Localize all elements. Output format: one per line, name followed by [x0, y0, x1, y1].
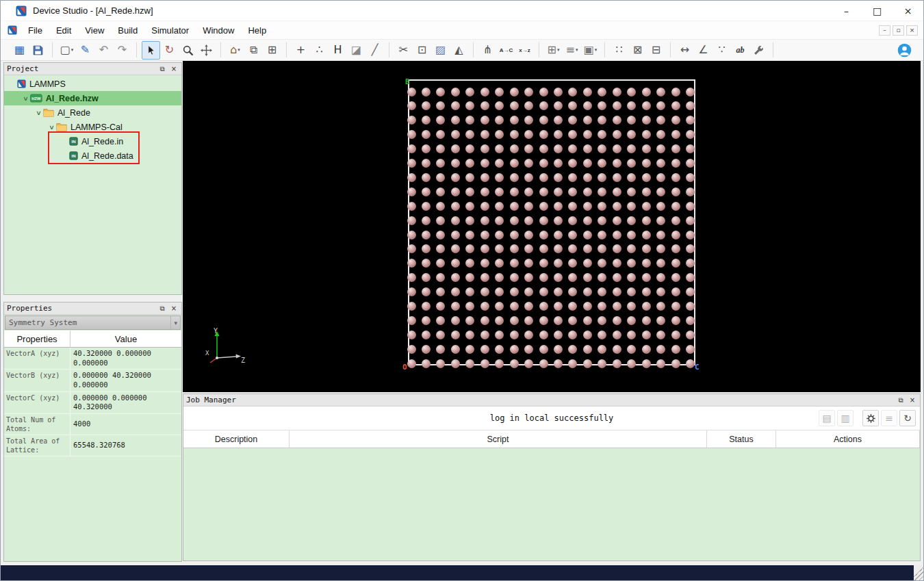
right-column: BCO YZX Job Manager ⧉× log in local succ…: [183, 61, 923, 565]
toolbar-separator: [52, 42, 53, 57]
measure-cluster-icon[interactable]: ∵: [713, 41, 731, 60]
save-icon[interactable]: [29, 41, 47, 60]
svg-text:HZW: HZW: [31, 96, 41, 101]
measure-angle-icon[interactable]: ∠: [694, 41, 713, 60]
supercell-icon[interactable]: ⧉: [244, 41, 263, 60]
rotate-view-icon[interactable]: ↻: [160, 41, 179, 60]
periodic-table-icon[interactable]: ▦: [10, 41, 29, 60]
build-layer-icon[interactable]: ≡▾: [563, 41, 581, 60]
menu-simulator[interactable]: Simulator: [144, 21, 196, 39]
resize-grip[interactable]: [914, 565, 923, 580]
add-hydrogen-icon[interactable]: H: [329, 41, 347, 60]
property-row: Total Num of Atoms:4000: [4, 414, 181, 435]
properties-panel-header: Properties ⧉×: [4, 302, 181, 315]
menu-help[interactable]: Help: [241, 21, 273, 39]
job-refresh-button[interactable]: ↻: [899, 410, 916, 426]
add-bond-icon[interactable]: ╱: [365, 41, 384, 60]
menubar-logo-icon: [8, 25, 17, 35]
measure-distance-icon[interactable]: ↔: [676, 41, 694, 60]
close-button[interactable]: ×: [893, 1, 923, 21]
expander-icon[interactable]: ∨: [33, 109, 44, 116]
app-logo-icon: [16, 5, 27, 16]
supercell-tool-icon[interactable]: ⊠: [628, 41, 647, 60]
job-manager-float-button[interactable]: ⧉: [896, 396, 906, 405]
maximize-button[interactable]: □: [862, 1, 893, 21]
user-avatar-icon[interactable]: [895, 41, 914, 60]
zoom-view-icon[interactable]: [179, 41, 197, 60]
menu-items: FileEditViewBuildSimulatorWindowHelp: [21, 21, 273, 39]
toolbar-separator: [220, 42, 221, 57]
project-panel-float-button[interactable]: ⧉: [157, 64, 167, 74]
menubar: FileEditViewBuildSimulatorWindowHelp –▫×: [1, 21, 923, 40]
properties-panel: Properties ⧉× Symmetry System ▾ Properti…: [3, 302, 182, 562]
column-header-value: Value: [70, 331, 181, 347]
menu-view[interactable]: View: [78, 21, 111, 39]
menu-window[interactable]: Window: [196, 21, 241, 39]
property-row: VectorC (xyz)0.000000 0.000000 40.320000: [4, 392, 181, 414]
mdi-minimize-button[interactable]: –: [879, 25, 890, 36]
toolbar-separator: [286, 42, 287, 57]
build-cell-icon[interactable]: ▣▾: [581, 41, 600, 60]
mdi-restore-button[interactable]: ▫: [893, 25, 904, 36]
mirror-icon[interactable]: ◭: [450, 41, 468, 60]
job-queue-button[interactable]: ▤: [819, 410, 835, 426]
properties-panel-float-button[interactable]: ⧉: [157, 304, 167, 313]
new-file-icon[interactable]: ▢▾: [57, 41, 76, 60]
delete-atom-icon[interactable]: ◪: [347, 41, 365, 60]
lattice-tool-icon[interactable]: ⊟: [647, 41, 665, 60]
property-name: VectorA (xyz): [4, 348, 70, 369]
select-cursor-icon[interactable]: [142, 41, 160, 60]
expander-icon[interactable]: ∨: [46, 124, 57, 131]
job-manager-buttons: ▤▥≡↻: [819, 410, 916, 426]
column-header-properties: Properties: [4, 331, 70, 347]
job-manager-close-button[interactable]: ×: [908, 396, 917, 405]
menu-build[interactable]: Build: [111, 21, 144, 39]
device-studio-window: Device Studio - [Al_Rede.hzw] –□× FileEd…: [0, 0, 924, 581]
pan-view-icon[interactable]: [197, 41, 216, 60]
dropdown-caret-icon: ▾: [238, 47, 240, 53]
toolbar: ▦▢▾✎↶↷↻⌂▾⧉⊞+∴H◪╱✂⊡▨◭⋔A→Cx→z⊞▾≡▾▣▾∷⊠⊟↔∠∵a…: [1, 40, 923, 61]
home-view-icon[interactable]: ⌂▾: [226, 41, 244, 60]
column-header-description: Description: [183, 430, 290, 448]
cluster-tool-icon[interactable]: ∷: [610, 41, 628, 60]
build-crystal-icon[interactable]: ⊞▾: [544, 41, 563, 60]
job-settings-button[interactable]: [862, 410, 879, 426]
add-atom-icon[interactable]: +: [292, 41, 310, 60]
split-window-icon[interactable]: ⊞: [263, 41, 281, 60]
vector-abc-icon[interactable]: A→C: [497, 41, 515, 60]
vector-xyz-icon[interactable]: x→z: [515, 41, 534, 60]
label-ab-icon[interactable]: ab: [731, 41, 749, 60]
edit-plane-icon[interactable]: ▨: [431, 41, 450, 60]
svg-text:Y: Y: [214, 327, 218, 335]
tree-item-al_rede[interactable]: ∨Al_Rede: [4, 105, 181, 120]
project-panel-close-button[interactable]: ×: [169, 64, 179, 74]
preferences-wrench-icon[interactable]: [749, 41, 768, 60]
toolbar-separator: [136, 42, 137, 57]
edit-structure-icon[interactable]: ✎: [76, 41, 94, 60]
undo-icon[interactable]: ↶: [94, 41, 113, 60]
tree-item-lammps[interactable]: ∨LAMMPS: [4, 77, 181, 91]
tree-item-label: Al_Rede: [57, 108, 90, 118]
fragment-tree-icon[interactable]: ⋔: [478, 41, 497, 60]
menu-file[interactable]: File: [21, 21, 49, 39]
toolbar-separator: [604, 42, 605, 57]
symmetry-system-dropdown[interactable]: Symmetry System ▾: [5, 315, 181, 330]
copy-cell-icon[interactable]: ⊡: [413, 41, 431, 60]
expander-icon[interactable]: ∨: [20, 95, 31, 102]
menu-edit[interactable]: Edit: [49, 21, 78, 39]
cut-cell-icon[interactable]: ✂: [394, 41, 413, 60]
hzw-icon: HZW: [30, 94, 42, 103]
dropdown-caret-icon: ▾: [557, 47, 560, 53]
redo-icon[interactable]: ↷: [113, 41, 131, 60]
mdi-close-button[interactable]: ×: [906, 25, 918, 36]
job-save-button[interactable]: ▥: [837, 410, 854, 426]
job-tools-button[interactable]: ≡: [881, 410, 897, 426]
minimize-button[interactable]: –: [831, 1, 862, 21]
property-value: 65548.320768: [70, 435, 181, 456]
tree-item-al_rede.hzw[interactable]: ∨HZWAl_Rede.hzw: [4, 91, 181, 105]
job-manager-title: Job Manager: [186, 396, 236, 404]
add-fragment-icon[interactable]: ∴: [310, 41, 329, 60]
dropdown-caret-icon: ▾: [595, 47, 598, 53]
properties-panel-close-button[interactable]: ×: [169, 304, 179, 313]
structure-viewport[interactable]: BCO YZX: [183, 61, 921, 392]
